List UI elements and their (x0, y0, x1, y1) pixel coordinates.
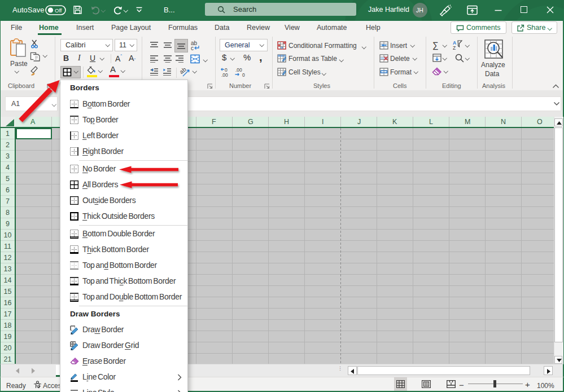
svg-text:Z: Z (453, 45, 456, 50)
svg-text:.00: .00 (235, 67, 242, 73)
svg-text:.00: .00 (221, 72, 228, 77)
svg-text:c: c (191, 45, 194, 51)
svg-text:Off: Off (55, 7, 62, 14)
svg-text:ab: ab (180, 67, 187, 75)
svg-text:0: 0 (242, 72, 245, 77)
